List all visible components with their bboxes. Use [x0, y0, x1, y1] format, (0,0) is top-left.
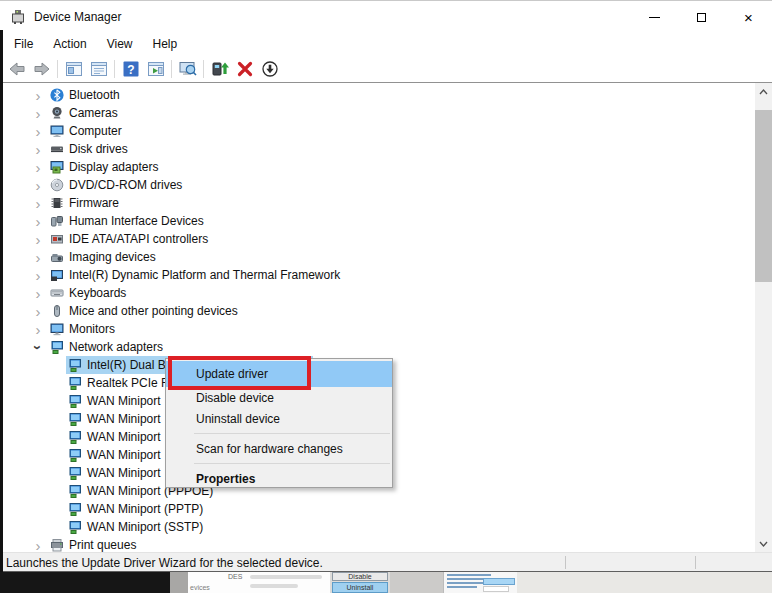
chevron-collapsed-icon[interactable]: › — [28, 178, 48, 193]
back-icon[interactable] — [4, 58, 29, 80]
chevron-collapsed-icon[interactable]: › — [28, 268, 48, 283]
tree-item-cameras[interactable]: ›Cameras — [0, 104, 755, 122]
status-divider — [565, 556, 566, 569]
forward-icon[interactable] — [29, 58, 54, 80]
tree-item-disk-drives[interactable]: ›Disk drives — [0, 140, 755, 158]
minimize-button[interactable] — [631, 1, 678, 33]
properties-icon[interactable] — [86, 58, 111, 80]
window-controls: × — [631, 1, 772, 33]
tree-item-dvd-cd-rom-drives[interactable]: ›DVD/CD-ROM drives — [0, 176, 755, 194]
background-list-bar — [250, 575, 322, 579]
tree-item-mice-and-other-pointing-devices[interactable]: ›Mice and other pointing devices — [0, 302, 755, 320]
chevron-collapsed-icon[interactable]: › — [28, 196, 48, 211]
tree-item-label: Display adapters — [69, 160, 158, 174]
toolbar-separator — [203, 60, 204, 78]
menu-view[interactable]: View — [97, 34, 143, 54]
background-window-edge — [170, 572, 188, 593]
background-small-label: evices — [190, 584, 210, 591]
tree-item-ide-ata-atapi-controllers[interactable]: ›IDE ATA/ATAPI controllers — [0, 230, 755, 248]
tree-item-computer[interactable]: ›Computer — [0, 122, 755, 140]
tree-item-label: Computer — [69, 124, 122, 138]
scan-icon[interactable] — [175, 58, 200, 80]
background-window-panel: DES evices — [188, 572, 330, 593]
chevron-collapsed-icon[interactable]: › — [28, 304, 48, 319]
tree-item-network-adapters[interactable]: ›Network adapters — [0, 338, 755, 356]
context-menu-item-disable-device[interactable]: Disable device — [166, 387, 392, 408]
dptf-icon — [49, 268, 65, 283]
tree-item-wan-miniport-sstp[interactable]: WAN Miniport (SSTP) — [0, 518, 755, 536]
chevron-expanded-icon[interactable]: › — [31, 337, 46, 357]
tree-item-label: Keyboards — [69, 286, 126, 300]
chevron-collapsed-icon[interactable]: › — [28, 250, 48, 265]
action-pane-icon[interactable] — [143, 58, 168, 80]
help-icon[interactable]: ? — [118, 58, 143, 80]
title-bar: Device Manager × — [0, 0, 772, 32]
context-menu-item-uninstall-device[interactable]: Uninstall device — [166, 408, 392, 429]
menu-file[interactable]: File — [4, 34, 43, 54]
chevron-collapsed-icon[interactable]: › — [28, 160, 48, 175]
scrollbar-thumb[interactable] — [755, 110, 772, 282]
context-menu-item-properties[interactable]: Properties — [166, 468, 392, 489]
menu-help[interactable]: Help — [143, 34, 188, 54]
menu-action[interactable]: Action — [43, 34, 96, 54]
network-icon — [67, 394, 83, 409]
network-icon — [67, 412, 83, 427]
tree-item-wan-miniport-pptp[interactable]: WAN Miniport (PPTP) — [0, 500, 755, 518]
background-uninstall-button[interactable]: Uninstall — [332, 582, 388, 593]
tree-item-label: WAN Miniport — [87, 394, 161, 408]
maximize-icon — [697, 13, 706, 22]
update-driver-icon[interactable] — [207, 58, 232, 80]
chevron-collapsed-icon[interactable]: › — [28, 214, 48, 229]
chevron-collapsed-icon[interactable]: › — [28, 538, 48, 553]
background-disable-button[interactable]: Disable — [332, 572, 388, 581]
tree-item-firmware[interactable]: ›Firmware — [0, 194, 755, 212]
imaging-icon — [49, 250, 65, 265]
camera-icon — [49, 106, 65, 121]
tree-item-imaging-devices[interactable]: ›Imaging devices — [0, 248, 755, 266]
tree-item-label: Intel(R) Dynamic Platform and Thermal Fr… — [69, 268, 340, 282]
uninstall-icon[interactable] — [232, 58, 257, 80]
close-button[interactable]: × — [725, 1, 772, 33]
desktop-dark-area — [0, 572, 170, 593]
background-mini-row — [447, 586, 477, 588]
chevron-collapsed-icon[interactable]: › — [28, 88, 48, 103]
disable-icon[interactable] — [257, 58, 282, 80]
tree-item-label: Human Interface Devices — [69, 214, 204, 228]
chevron-collapsed-icon[interactable]: › — [28, 124, 48, 139]
console-tree-icon[interactable] — [61, 58, 86, 80]
tree-item-display-adapters[interactable]: ›Display adapters — [0, 158, 755, 176]
background-mini-row — [447, 574, 491, 576]
toolbar-separator — [57, 60, 58, 78]
chevron-collapsed-icon[interactable]: › — [28, 142, 48, 157]
vertical-scrollbar[interactable] — [755, 83, 772, 552]
keyboard-icon — [49, 286, 65, 301]
background-mini-window — [443, 572, 517, 593]
tree-item-human-interface-devices[interactable]: ›Human Interface Devices — [0, 212, 755, 230]
maximize-button[interactable] — [678, 1, 725, 33]
dvd-icon — [49, 178, 65, 193]
tree-item-label: Firmware — [69, 196, 119, 210]
toolbar: ? — [0, 56, 772, 82]
chevron-collapsed-icon[interactable]: › — [28, 232, 48, 247]
context-menu-item-scan-for-hardware-changes[interactable]: Scan for hardware changes — [166, 438, 392, 459]
status-bar: Launches the Update Driver Wizard for th… — [0, 552, 772, 572]
toolbar-separator — [171, 60, 172, 78]
chevron-collapsed-icon[interactable]: › — [28, 322, 48, 337]
tree-item-monitors[interactable]: ›Monitors — [0, 320, 755, 338]
tree-item-print-queues[interactable]: ›Print queues — [0, 536, 755, 552]
tree-item-keyboards[interactable]: ›Keyboards — [0, 284, 755, 302]
tree-item-bluetooth[interactable]: ›Bluetooth — [0, 86, 755, 104]
tree-item-label: Network adapters — [69, 340, 163, 354]
close-icon: × — [744, 10, 753, 25]
svg-text:?: ? — [127, 63, 134, 77]
scroll-up-icon[interactable] — [755, 83, 772, 100]
chevron-collapsed-icon[interactable]: › — [28, 106, 48, 121]
tree-item-intel-r-dynamic-platform-and-thermal-framework[interactable]: ›Intel(R) Dynamic Platform and Thermal F… — [0, 266, 755, 284]
network-icon — [67, 520, 83, 535]
background-mini-box — [483, 586, 509, 592]
network-icon — [67, 448, 83, 463]
chevron-collapsed-icon[interactable]: › — [28, 286, 48, 301]
tree-item-label: Monitors — [69, 322, 115, 336]
disk-icon — [49, 142, 65, 157]
scroll-down-icon[interactable] — [755, 535, 772, 552]
